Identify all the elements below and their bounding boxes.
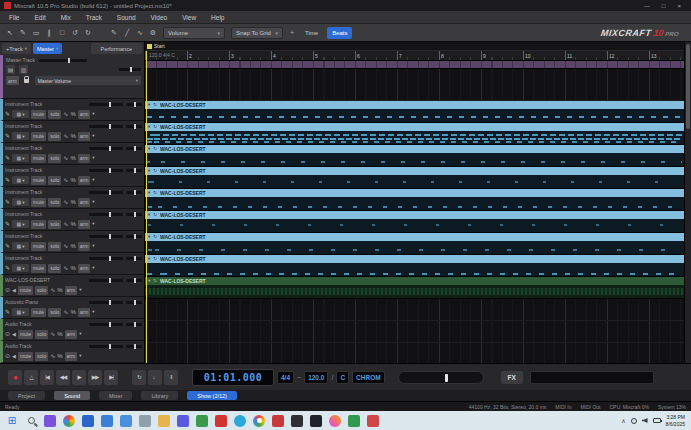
snap-to-grid-dropdown[interactable]: Snap To Grid ▾ (231, 27, 283, 39)
start-icon[interactable]: ⊞ (6, 415, 18, 427)
track-header-audio[interactable]: Audio Track⊙◀mutesolo∿%arm▾ (0, 319, 144, 341)
master-track-lane[interactable] (145, 61, 684, 69)
fx-percent-icon[interactable]: % (57, 287, 62, 293)
metronome-mode-button[interactable]: △ (24, 370, 38, 385)
key-display[interactable]: C (336, 371, 349, 384)
tab-project[interactable]: Project (8, 391, 45, 400)
menu-item-track[interactable]: Track (86, 14, 102, 21)
solo-button[interactable]: solo (48, 220, 61, 229)
clip-loop-icon[interactable]: ↻ (153, 191, 157, 196)
file-explorer-icon[interactable] (158, 415, 170, 427)
scale-display[interactable]: CHROM (352, 371, 385, 384)
clip-midi[interactable]: ▾↻WAC-LOS-DESERT (145, 145, 684, 166)
fx-button[interactable]: FX (501, 371, 523, 384)
close-button[interactable]: × (677, 3, 681, 9)
copilot-icon[interactable] (44, 415, 56, 427)
arm-button[interactable]: arm (65, 352, 78, 361)
track-header-instrument[interactable]: Instrument Track✎▦▾mutesolo∿%arm▾ (0, 231, 144, 253)
search-icon[interactable] (25, 415, 37, 427)
arm-button[interactable]: arm (78, 176, 91, 185)
master-volume-slider[interactable] (39, 59, 87, 62)
pencil-icon[interactable]: ✎ (5, 265, 10, 271)
empty-lane[interactable] (145, 299, 684, 321)
chevron-down-icon[interactable]: ▾ (92, 156, 94, 161)
fast-forward-button[interactable]: ▶▶ (88, 370, 102, 385)
clip-header[interactable]: ▾↻WAC-LOS-DESERT (145, 255, 684, 263)
network-icon[interactable] (631, 418, 637, 424)
track-pan-slider[interactable] (126, 103, 142, 106)
clip-loop-icon[interactable]: ↻ (153, 257, 157, 262)
automation-icon[interactable]: ∿ (63, 199, 68, 205)
instrument-dropdown[interactable]: ▦▾ (12, 110, 29, 118)
fx-percent-icon[interactable]: % (57, 353, 62, 359)
track-pan-slider[interactable] (126, 147, 142, 150)
automation-icon[interactable]: ∿ (63, 177, 68, 183)
arm-button[interactable]: arm (78, 198, 91, 207)
automation-type-dropdown[interactable]: Volume ▾ (163, 27, 225, 39)
playhead[interactable] (146, 51, 147, 363)
clip-header[interactable]: ▾↻WAC-LOS-DESERT (145, 233, 684, 241)
line-tool-icon[interactable]: ╱ (121, 26, 133, 39)
arm-button[interactable]: arm (65, 330, 78, 339)
time-mode-button[interactable]: Time (300, 27, 323, 39)
playback-volume-slider[interactable] (398, 371, 484, 384)
pencil-icon[interactable]: ✎ (5, 177, 10, 183)
track-pan-slider[interactable] (126, 345, 142, 348)
fx-percent-icon[interactable]: % (57, 331, 62, 337)
app-icon-green[interactable] (196, 415, 208, 427)
beat-ruler[interactable]: 2345678910111213 (145, 51, 684, 61)
app-icon-blue-1[interactable] (82, 415, 94, 427)
performance-button[interactable]: Performance (91, 43, 143, 54)
time-signature-display[interactable]: 4/4 (277, 371, 294, 384)
pencil-icon[interactable]: ✎ (5, 243, 10, 249)
link-icon[interactable]: ⊙ (5, 353, 10, 359)
fx-percent-icon[interactable]: % (70, 133, 75, 139)
link-icon[interactable]: ⊙ (5, 287, 10, 293)
track-header-instrument[interactable]: Instrument Track✎▦▾mutesolo∿%arm▾ (0, 187, 144, 209)
tab-library[interactable]: Library (141, 391, 178, 400)
tab-mixer[interactable]: Mixer (99, 391, 132, 400)
track-volume-slider[interactable] (89, 345, 123, 348)
clip-loop-icon[interactable]: ↻ (153, 103, 157, 108)
clip-midi[interactable]: ▾↻WAC-LOS-DESERT (145, 123, 684, 144)
clip-body[interactable] (145, 197, 684, 210)
track-volume-slider[interactable] (89, 103, 123, 106)
track-header-instrument[interactable]: Instrument Track✎▦▾mutesolo∿%arm▾ (0, 209, 144, 231)
app-icon-blue-3[interactable] (120, 415, 132, 427)
clip-header[interactable]: ▾↻WAC-LOS-DESERT (145, 145, 684, 153)
instrument-dropdown[interactable]: ▦▾ (12, 242, 29, 250)
pencil-icon[interactable]: ✎ (5, 309, 10, 315)
mute-button[interactable]: mute (18, 330, 33, 339)
fx-percent-icon[interactable]: % (70, 243, 75, 249)
clip-body[interactable] (145, 219, 684, 232)
automation-icon[interactable]: ∿ (50, 287, 55, 293)
instrument-dropdown[interactable]: ▦▾ (12, 264, 29, 272)
solo-button[interactable]: solo (48, 198, 61, 207)
app-icon-purple[interactable] (177, 415, 189, 427)
go-to-end-button[interactable]: ▶| (104, 370, 118, 385)
clip-body[interactable] (145, 263, 684, 276)
clip-menu-icon[interactable]: ▾ (148, 279, 150, 284)
clip-header[interactable]: ▾↻WAC-LOS-DESERT (145, 167, 684, 175)
mute-button[interactable]: mute (31, 220, 46, 229)
app-icon-gray[interactable] (139, 415, 151, 427)
clip-menu-icon[interactable]: ▾ (148, 235, 150, 240)
app-icon-dark[interactable] (291, 415, 303, 427)
clip-midi[interactable]: ▾↻WAC-LOS-DESERT (145, 167, 684, 188)
solo-button[interactable]: solo (48, 176, 61, 185)
chevron-down-icon[interactable]: ▾ (92, 134, 94, 139)
instrument-dropdown[interactable]: ▦▾ (12, 220, 29, 228)
track-volume-slider[interactable] (89, 323, 123, 326)
solo-button[interactable]: solo (35, 352, 48, 361)
clip-loop-icon[interactable]: ↻ (153, 169, 157, 174)
mute-button[interactable]: mute (18, 352, 33, 361)
clip-midi[interactable]: ▾↻WAC-LOS-DESERT (145, 189, 684, 210)
instrument-dropdown[interactable]: ▦▾ (12, 198, 29, 206)
track-pan-slider[interactable] (126, 235, 142, 238)
chevron-down-icon[interactable]: ▾ (92, 310, 94, 315)
pencil-icon[interactable]: ✎ (5, 199, 10, 205)
punch-button[interactable]: ‖ (164, 370, 178, 385)
clip-menu-icon[interactable]: ▾ (148, 257, 150, 262)
solo-button[interactable]: solo (35, 286, 48, 295)
eraser-tool-icon[interactable]: ▭ (30, 26, 42, 39)
